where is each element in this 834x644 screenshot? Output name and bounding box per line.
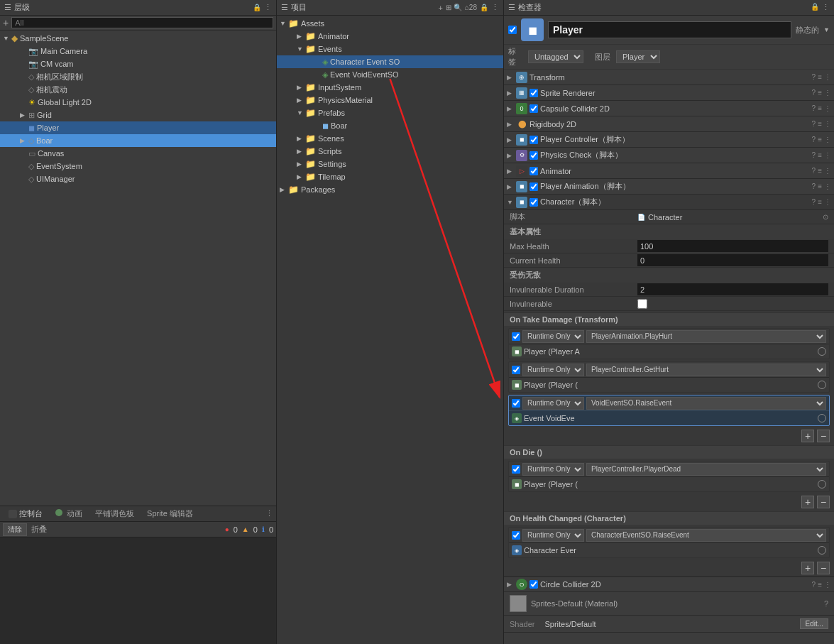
event-gethurt-circle[interactable] (818, 381, 826, 389)
project-menu-icon[interactable]: ☰ (281, 3, 288, 12)
hierarchy-item-globallight[interactable]: ☀ Global Light 2D (0, 96, 276, 109)
on-take-damage-add-btn[interactable]: + (801, 430, 814, 442)
animator-comp-more-icon[interactable]: ⋮ (824, 167, 831, 175)
event-charhealth-check[interactable] (512, 531, 520, 540)
event-charhealth-func[interactable]: CharacterEventSO.RaiseEvent (586, 529, 826, 542)
hierarchy-item-cmvcam[interactable]: 📷 CM vcam (0, 58, 276, 70)
project-item-settings[interactable]: ▶ 📁 Settings (277, 158, 503, 170)
on-take-damage-remove-btn[interactable]: − (817, 430, 830, 442)
on-health-changed-add-btn[interactable]: + (801, 562, 814, 574)
component-animator[interactable]: ▶ ▷ Animator ? ≡ ⋮ (504, 163, 834, 179)
material-help-icon[interactable]: ? (824, 599, 828, 608)
project-item-tilemap[interactable]: ▶ 📁 Tilemap (277, 170, 503, 183)
on-die-remove-btn[interactable]: − (817, 496, 830, 508)
bottom-more-icon[interactable]: ⋮ (265, 509, 273, 518)
hierarchy-item-maincamera[interactable]: 📷 Main Camera (0, 45, 276, 58)
invulnerable-checkbox[interactable] (637, 299, 647, 309)
static-dropdown-icon[interactable]: ▼ (823, 26, 830, 33)
animation-tab[interactable]: 动画 (50, 507, 88, 520)
project-add-icon[interactable]: + (439, 4, 443, 12)
inspector-more-icon[interactable]: ⋮ (822, 3, 830, 12)
animator-comp-help-icon[interactable]: ? (812, 167, 816, 175)
hierarchy-item-grid[interactable]: ▶ ⊞ Grid (0, 109, 276, 121)
transform-help-icon[interactable]: ? (812, 73, 816, 81)
component-circle-collider[interactable]: ▶ O Circle Collider 2D ? ≡ ⋮ (504, 577, 834, 592)
player-controller-checkbox[interactable] (530, 136, 538, 144)
event-playhurt-runtime[interactable]: Runtime Only (522, 330, 584, 343)
event-playerdead-circle[interactable] (818, 480, 826, 489)
hierarchy-item-cameraregion[interactable]: ◇ 相机区域限制 (0, 70, 276, 83)
component-player-animation[interactable]: ▶ ◼ Player Animation（脚本） ? ≡ ⋮ (504, 179, 834, 195)
project-item-packages[interactable]: ▶ 📁 Packages (277, 183, 503, 196)
circle-collider-help-icon[interactable]: ? (812, 581, 816, 589)
palette-tab[interactable]: 平铺调色板 (89, 507, 140, 520)
hierarchy-item-canvas[interactable]: ▭ Canvas (0, 147, 276, 160)
script-ref-circle[interactable]: ⊙ (823, 213, 828, 221)
capsule-collider-align-icon[interactable]: ≡ (818, 104, 822, 112)
rigidbody-more-icon[interactable]: ⋮ (824, 120, 831, 128)
character-comp-more-icon[interactable]: ⋮ (824, 198, 831, 206)
event-playerdead-runtime[interactable]: Runtime Only (522, 463, 584, 476)
sprite-renderer-align-icon[interactable]: ≡ (818, 89, 822, 97)
animator-comp-checkbox[interactable] (530, 167, 538, 175)
on-die-add-btn[interactable]: + (801, 496, 814, 508)
physics-check-checkbox[interactable] (530, 151, 538, 160)
project-more-icon[interactable]: ⋮ (491, 3, 499, 12)
animator-comp-align-icon[interactable]: ≡ (818, 167, 822, 175)
rigidbody-help-icon[interactable]: ? (812, 120, 816, 128)
console-tab[interactable]: 控制台 (3, 507, 48, 520)
event-gethurt-runtime[interactable]: Runtime Only (522, 364, 584, 376)
event-voideventso-check[interactable] (512, 399, 520, 408)
project-item-physicsmaterial[interactable]: ▶ 📁 PhysicsMaterial (277, 94, 503, 107)
project-item-char-event[interactable]: ◈ Character Event SO (277, 55, 503, 68)
player-animation-checkbox[interactable] (530, 182, 538, 191)
player-controller-align-icon[interactable]: ≡ (818, 136, 822, 143)
inspector-menu-icon[interactable]: ☰ (508, 3, 515, 12)
event-charhealth-circle[interactable] (818, 546, 826, 555)
obj-name-input[interactable] (548, 21, 791, 38)
player-animation-more-icon[interactable]: ⋮ (824, 182, 831, 190)
rigidbody-align-icon[interactable]: ≡ (818, 120, 822, 128)
event-charhealth-runtime[interactable]: Runtime Only (522, 529, 584, 542)
circle-collider-align-icon[interactable]: ≡ (818, 581, 822, 589)
sprite-renderer-checkbox[interactable] (530, 89, 538, 97)
circle-collider-more-icon[interactable]: ⋮ (824, 581, 831, 589)
shader-edit-button[interactable]: Edit... (800, 618, 828, 629)
hierarchy-item-samplescene[interactable]: ▼ ◆ SampleScene (0, 32, 276, 45)
capsule-collider-help-icon[interactable]: ? (812, 104, 816, 112)
hierarchy-lock-icon[interactable]: 🔒 (253, 4, 261, 11)
event-playerdead-check[interactable] (512, 465, 520, 474)
character-comp-help-icon[interactable]: ? (812, 198, 816, 206)
sprite-editor-tab[interactable]: Sprite 编辑器 (141, 507, 199, 520)
hierarchy-search-input[interactable] (11, 17, 273, 28)
event-gethurt-func[interactable]: PlayerController.GetHurt (586, 364, 826, 376)
transform-more-icon[interactable]: ⋮ (824, 73, 831, 81)
physics-check-more-icon[interactable]: ⋮ (824, 151, 831, 159)
clear-button[interactable]: 清除 (3, 523, 27, 536)
event-gethurt-check[interactable] (512, 366, 520, 374)
component-physics-check[interactable]: ▶ ⚙ Physics Check（脚本） ? ≡ ⋮ (504, 148, 834, 163)
player-controller-help-icon[interactable]: ? (812, 136, 816, 143)
event-voideventso-circle[interactable] (818, 414, 826, 422)
hierarchy-item-camerashake[interactable]: ◇ 相机震动 (0, 83, 276, 96)
hierarchy-item-boar[interactable]: ▶ ◇ Boar (0, 134, 276, 147)
event-voideventso-func[interactable]: VoidEventSO.RaiseEvent (586, 397, 826, 410)
project-item-inputsystem[interactable]: ▶ 📁 InputSystem (277, 81, 503, 94)
project-item-prefabs[interactable]: ▼ 📁 Prefabs (277, 107, 503, 119)
character-comp-checkbox[interactable] (530, 198, 538, 207)
component-player-controller[interactable]: ▶ ◼ Player Controller（脚本） ? ≡ ⋮ (504, 132, 834, 148)
max-health-input[interactable] (637, 240, 828, 252)
sprite-renderer-help-icon[interactable]: ? (812, 89, 816, 97)
hierarchy-menu-icon[interactable]: ☰ (4, 3, 11, 12)
circle-collider-checkbox[interactable] (530, 580, 538, 589)
hierarchy-item-eventsystem[interactable]: ◇ EventSystem (0, 160, 276, 173)
component-transform[interactable]: ▶ ⊕ Transform ? ≡ ⋮ (504, 70, 834, 85)
hierarchy-item-uimanager[interactable]: ◇ UIManager (0, 173, 276, 185)
project-item-events[interactable]: ▼ 📁 Events (277, 43, 503, 55)
character-comp-align-icon[interactable]: ≡ (818, 198, 822, 206)
event-playhurt-check[interactable] (512, 332, 520, 341)
project-item-boar-prefab[interactable]: ◼ Boar (277, 119, 503, 132)
player-animation-align-icon[interactable]: ≡ (818, 182, 822, 190)
physics-check-help-icon[interactable]: ? (812, 151, 816, 159)
player-animation-help-icon[interactable]: ? (812, 182, 816, 190)
